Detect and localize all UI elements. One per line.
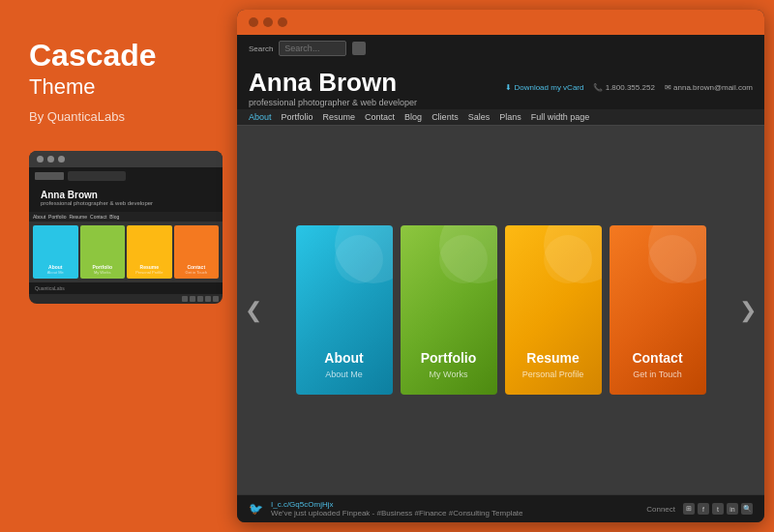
social-rss[interactable]: ⊞ <box>683 503 695 515</box>
hero-card-resume[interactable]: Resume Personal Profile <box>505 225 602 395</box>
mini-nav: About Portfolio Resume Contact Blog <box>29 212 223 222</box>
site-footer: 🐦 I_c.c/Gq5cOmjHjx We've just uploaded F… <box>237 494 764 522</box>
vcard-link[interactable]: ⬇ Download my vCard <box>505 83 583 92</box>
mini-social-2 <box>190 296 195 302</box>
hero-arrow-right[interactable]: ❯ <box>739 298 757 323</box>
footer-social-icons: ⊞ f t in 🔍 <box>683 503 753 515</box>
social-twitter[interactable]: t <box>712 503 724 515</box>
mini-cards: About About Me Portfolio My Works Resume… <box>29 222 223 282</box>
search-input[interactable] <box>279 41 346 56</box>
footer-tweet-text: We've just uploaded Finpeak - #Business … <box>271 509 523 517</box>
mini-card-contact-sub: Get in Touch <box>186 270 207 275</box>
search-bar: Search <box>249 41 366 56</box>
mini-titlebar <box>29 151 223 167</box>
phone-number: 📞 1.800.355.252 <box>593 83 654 92</box>
rss-icon: ⊞ <box>686 505 692 513</box>
site-name-block: Anna Brown professional photographer & w… <box>249 68 417 107</box>
site-header-top: Search <box>237 35 764 62</box>
browser-dot-2 <box>263 17 273 27</box>
twitter-social-icon: t <box>717 506 719 513</box>
hero-card-about-label: About <box>324 350 363 366</box>
footer-connect-label: Connect <box>646 505 675 514</box>
twitter-icon: 🐦 <box>249 502 263 516</box>
hero-card-about[interactable]: About About Me <box>296 225 393 395</box>
hero-card-contact-label: Contact <box>632 350 682 366</box>
right-panel: Search Anna Brown professional photograp… <box>237 0 774 532</box>
hero-card-portfolio-label: Portfolio <box>421 350 477 366</box>
mini-card-about-sub: About Me <box>47 270 64 275</box>
mini-dot-1 <box>37 156 44 163</box>
mini-logo-block <box>35 172 64 180</box>
mini-nav-resume: Resume <box>69 214 87 220</box>
hero-card-portfolio[interactable]: Portfolio My Works <box>401 225 497 395</box>
social-linkedin[interactable]: in <box>727 503 738 515</box>
nav-blog[interactable]: Blog <box>404 112 422 122</box>
browser-titlebar <box>237 10 764 35</box>
cards-container: About About Me Portfolio My Works Resume… <box>296 225 706 395</box>
left-panel: Cascade Theme By QuanticaLabs Anna Brown… <box>0 0 237 532</box>
mini-social-4 <box>205 296 211 302</box>
social-facebook[interactable]: f <box>698 503 709 515</box>
hero-card-portfolio-sub: My Works <box>430 369 468 379</box>
mini-card-resume-sub: Personal Profile <box>135 270 163 275</box>
mini-social-5 <box>213 296 219 302</box>
footer-tweet-handle: I_c.c/Gq5cOmjHjx We've just uploaded Fin… <box>271 500 639 517</box>
site-tagline: professional photographer & web develope… <box>249 98 417 107</box>
mini-card-about: About About Me <box>33 225 78 279</box>
search-label: Search <box>249 44 273 53</box>
hero-card-resume-label: Resume <box>526 350 579 366</box>
nav-fullwidth[interactable]: Full width page <box>531 112 590 122</box>
mini-card-portfolio: Portfolio My Works <box>80 225 126 279</box>
nav-clients[interactable]: Clients <box>432 112 459 122</box>
linkedin-icon: in <box>729 506 734 513</box>
theme-by: By QuanticaLabs <box>29 109 208 124</box>
site-nav-bar: About Portfolio Resume Contact Blog Clie… <box>237 109 764 126</box>
mini-dot-2 <box>47 156 54 163</box>
mini-dot-3 <box>58 156 65 163</box>
browser-dot-3 <box>278 17 287 27</box>
hero-card-about-sub: About Me <box>325 369 363 379</box>
mini-card-portfolio-sub: My Works <box>94 270 111 275</box>
email-address: ✉ anna.brown@mail.com <box>665 83 753 92</box>
tweet-user[interactable]: I_c.c/Gq5cOmjHjx <box>271 500 333 509</box>
site-name: Anna Brown <box>249 68 417 98</box>
nav-portfolio[interactable]: Portfolio <box>282 112 313 122</box>
mini-social-3 <box>197 296 203 302</box>
mini-preview: Anna Brown professional photographer & w… <box>29 151 223 304</box>
mini-nav-portfolio: Portfolio <box>48 214 66 220</box>
hero-arrow-left[interactable]: ❮ <box>245 298 262 323</box>
facebook-icon: f <box>702 506 704 513</box>
site-contact-info: ⬇ Download my vCard 📞 1.800.355.252 ✉ an… <box>505 83 753 92</box>
theme-title: Cascade <box>29 39 208 73</box>
browser-dot-1 <box>249 17 258 27</box>
browser-window: Search Anna Brown professional photograp… <box>237 10 764 522</box>
site-name-area: Anna Brown professional photographer & w… <box>237 62 764 109</box>
mini-footer-icons <box>29 294 223 304</box>
mini-social-1 <box>182 296 188 302</box>
mini-site-tagline: professional photographer & web develope… <box>35 200 217 209</box>
mini-site-header: Anna Brown professional photographer & w… <box>29 185 223 212</box>
mini-search-bar <box>68 171 126 181</box>
nav-contact[interactable]: Contact <box>365 112 395 122</box>
theme-subtitle: Theme <box>29 74 208 100</box>
mini-site-name: Anna Brown <box>35 188 217 200</box>
nav-plans[interactable]: Plans <box>499 112 521 122</box>
social-search[interactable]: 🔍 <box>741 503 753 515</box>
site-hero: ❮ About About Me Portfolio My Works Resu… <box>237 126 764 494</box>
browser-body: Search Anna Brown professional photograp… <box>237 35 764 522</box>
hero-card-contact[interactable]: Contact Get in Touch <box>610 225 706 395</box>
mini-footer-text: QuanticaLabs <box>35 285 65 291</box>
mini-nav-blog: Blog <box>109 214 119 220</box>
nav-resume[interactable]: Resume <box>323 112 356 122</box>
search-social-icon: 🔍 <box>743 505 752 513</box>
mini-header-bar <box>29 167 223 185</box>
mini-card-resume: Resume Personal Profile <box>127 225 172 279</box>
nav-about[interactable]: About <box>249 112 272 122</box>
search-button[interactable] <box>352 42 366 55</box>
mini-card-contact: Contact Get in Touch <box>174 225 220 279</box>
hero-card-resume-sub: Personal Profile <box>522 369 584 379</box>
mini-footer: QuanticaLabs <box>29 282 223 294</box>
nav-sales[interactable]: Sales <box>468 112 491 122</box>
mini-nav-about: About <box>33 214 45 220</box>
hero-card-contact-sub: Get in Touch <box>633 369 681 379</box>
